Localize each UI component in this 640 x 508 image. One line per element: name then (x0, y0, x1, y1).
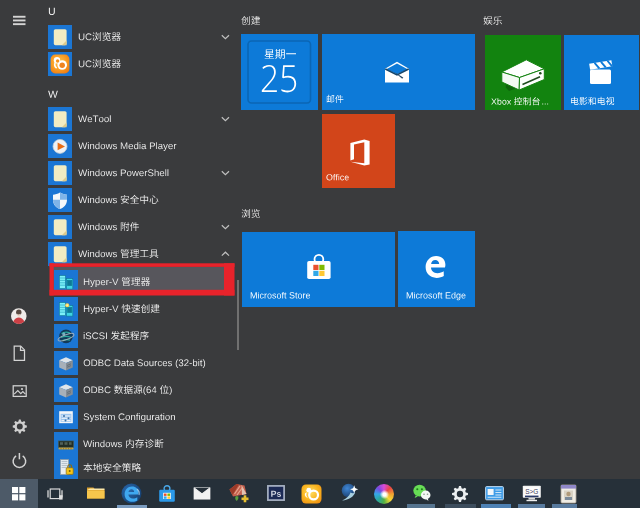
svg-text:S>G: S>G (525, 488, 538, 495)
